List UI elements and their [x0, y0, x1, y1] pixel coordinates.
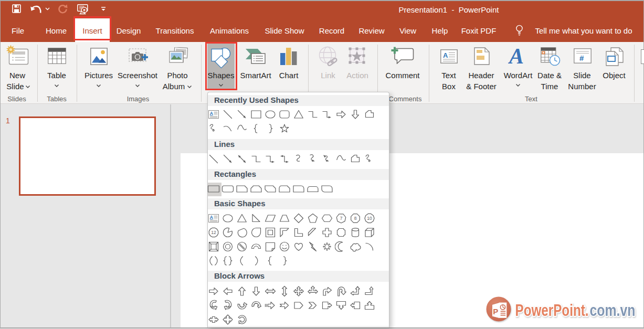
svg-text:#: #	[579, 54, 584, 62]
svg-text:PowerPoint.: PowerPoint.	[515, 301, 589, 320]
svg-text:A: A	[508, 46, 524, 66]
svg-text:A: A	[210, 111, 213, 116]
svg-text:P: P	[493, 307, 498, 316]
svg-text:A: A	[210, 215, 213, 220]
svg-text:7: 7	[340, 216, 343, 221]
svg-text:10: 10	[367, 216, 372, 221]
svg-text:8: 8	[354, 216, 357, 221]
svg-text:12: 12	[211, 230, 216, 235]
svg-text:com.vn: com.vn	[590, 301, 636, 320]
svg-text:A: A	[443, 51, 448, 59]
